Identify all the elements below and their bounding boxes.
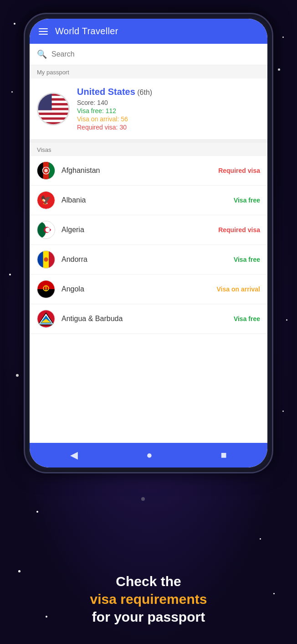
afghanistan-flag <box>37 161 55 180</box>
algeria-flag <box>37 221 55 239</box>
star-dot <box>282 36 284 38</box>
country-item-name: Antigua & Barbuda <box>61 315 227 323</box>
required-visa-count: Required visa: 30 <box>77 124 260 131</box>
country-item-name: Andorra <box>61 255 227 264</box>
country-name: United States <box>77 87 135 97</box>
angola-flag <box>37 280 55 298</box>
country-rank: (6th) <box>137 88 152 96</box>
svg-point-20 <box>46 228 50 232</box>
volume-button <box>24 105 25 128</box>
phone-screen: World Traveller 🔍 My passport <box>30 19 267 467</box>
star-dot <box>36 511 38 513</box>
list-item[interactable]: Afghanistan Required visa <box>30 156 267 186</box>
svg-point-14 <box>44 169 48 172</box>
visa-status-badge: Required visa <box>218 226 260 234</box>
bottom-navigation: ◀ ● ■ <box>30 443 267 467</box>
svg-point-25 <box>44 257 48 262</box>
star-dot <box>141 497 145 501</box>
promo-line3: for your passport <box>27 608 270 626</box>
search-input[interactable] <box>51 50 260 58</box>
search-icon: 🔍 <box>37 49 47 59</box>
country-title: United States (6th) <box>77 87 260 97</box>
svg-text:🦅: 🦅 <box>41 195 51 205</box>
visa-status-badge: Visa free <box>234 197 260 204</box>
star-dot <box>14 23 15 25</box>
promo-line2: visa requirements <box>27 590 270 608</box>
power-button <box>272 96 273 128</box>
list-item[interactable]: Antigua & Barbuda Visa free <box>30 304 267 334</box>
svg-rect-5 <box>38 115 69 117</box>
promo-text-block: Check the visa requirements for your pas… <box>0 572 297 626</box>
star-dot <box>260 538 261 540</box>
promo-line1: Check the <box>27 572 270 590</box>
list-item[interactable]: Angola Visa on arrival <box>30 275 267 304</box>
country-item-name: Angola <box>61 285 210 293</box>
home-button[interactable]: ● <box>146 449 152 461</box>
visa-status-badge: Required visa <box>218 167 260 174</box>
us-flag-circle <box>37 93 70 125</box>
recents-button[interactable]: ■ <box>221 449 227 461</box>
passport-section-label: My passport <box>30 65 267 78</box>
star-dot <box>9 274 11 275</box>
antigua-flag <box>37 310 55 328</box>
star-dot <box>282 410 284 412</box>
star-dot <box>286 319 287 321</box>
passport-card[interactable]: United States (6th) Score: 140 Visa free… <box>30 78 267 143</box>
star-dot <box>11 91 13 93</box>
visa-arrival-count: Visa on arrival: 56 <box>77 115 260 123</box>
list-item[interactable]: 🦅 Albania Visa free <box>30 186 267 215</box>
back-button[interactable]: ◀ <box>70 449 78 461</box>
passport-info: United States (6th) Score: 140 Visa free… <box>77 87 260 131</box>
top-bar: World Traveller <box>30 19 267 44</box>
country-item-name: Albania <box>61 196 227 204</box>
app-title: World Traveller <box>55 26 118 36</box>
score-text: Score: 140 <box>77 99 260 106</box>
search-bar: 🔍 <box>30 44 267 65</box>
app-container: World Traveller 🔍 My passport <box>30 19 267 467</box>
phone-frame: World Traveller 🔍 My passport <box>24 13 273 473</box>
svg-rect-24 <box>49 251 55 268</box>
menu-button[interactable] <box>39 28 48 35</box>
visa-free-count: Visa free: 112 <box>77 107 260 114</box>
star-dot <box>278 68 280 71</box>
svg-rect-4 <box>38 110 69 112</box>
country-item-name: Algeria <box>61 226 212 234</box>
andorra-flag <box>37 250 55 269</box>
country-item-name: Afghanistan <box>61 166 212 175</box>
albania-flag: 🦅 <box>37 191 55 209</box>
visa-status-badge: Visa on arrival <box>217 286 260 293</box>
visa-status-badge: Visa free <box>234 256 260 263</box>
country-list: Afghanistan Required visa 🦅 Albania Visa… <box>30 156 267 443</box>
us-flag <box>38 93 69 125</box>
list-item[interactable]: Algeria Required visa <box>30 215 267 245</box>
star-dot <box>16 374 19 377</box>
visas-section-label: Visas <box>30 143 267 156</box>
list-item[interactable]: Andorra Visa free <box>30 245 267 275</box>
visa-status-badge: Visa free <box>234 315 260 322</box>
